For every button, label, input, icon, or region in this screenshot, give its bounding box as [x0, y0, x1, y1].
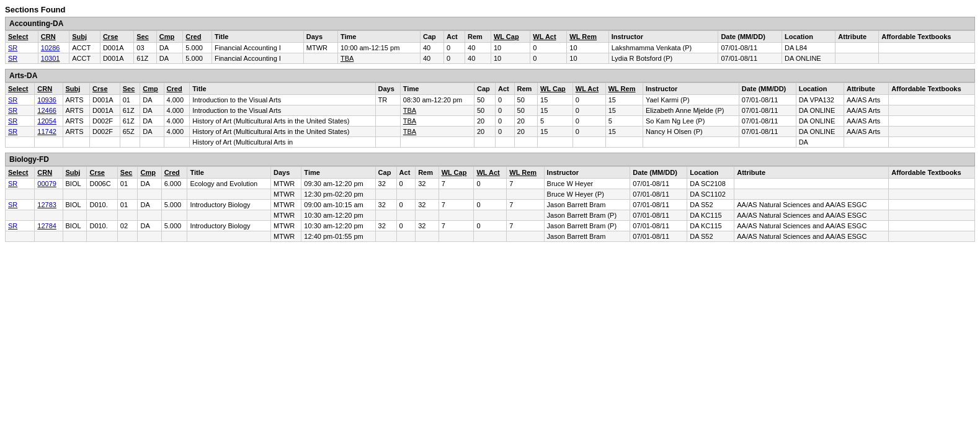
page-container: Sections Found Accounting-DASelectCRNSub… — [0, 0, 980, 252]
table-cell[interactable]: SR — [6, 200, 35, 210]
table-cell — [507, 231, 544, 242]
table-cell: 32 — [416, 179, 439, 189]
col-header: Cmp — [138, 167, 161, 179]
table-cell: 15 — [605, 105, 643, 116]
table-cell — [6, 231, 35, 242]
table-cell — [514, 137, 538, 148]
col-header: Cred — [183, 31, 212, 43]
table-cell: 10:30 am-12:20 pm — [301, 210, 375, 221]
col-header: CRN — [38, 31, 69, 43]
table-cell: DA — [140, 105, 164, 116]
table-cell: DA ONLINE — [796, 127, 844, 137]
table-cell: 10 — [491, 53, 530, 64]
table-cell: 12:40 pm-01:55 pm — [301, 231, 375, 242]
table-cell[interactable]: 10936 — [35, 95, 63, 105]
group-header-arts-da: Arts-DA — [5, 69, 975, 83]
table-cell[interactable]: SR — [6, 116, 35, 127]
table-cell: 4.000 — [164, 105, 190, 116]
table-row: SR12054ARTSD002F61ZDA4.000History of Art… — [6, 116, 975, 127]
table-cell: Introduction to the Visual Arts — [190, 95, 375, 105]
table-cell — [6, 210, 35, 221]
table-cell[interactable]: 12466 — [35, 105, 63, 116]
table-cell — [889, 95, 975, 105]
table-cell: Introductory Biology — [187, 221, 271, 231]
table-cell — [164, 137, 190, 148]
table-cell — [161, 210, 187, 221]
table-cell: History of Art (Multicultural Arts in th… — [190, 127, 375, 137]
table-cell: 7 — [439, 200, 474, 210]
col-header: Location — [796, 83, 844, 95]
table-cell — [120, 137, 140, 148]
table-cell: 40 — [465, 53, 491, 64]
table-cell: DA — [140, 95, 164, 105]
table-cell: 40 — [465, 43, 491, 53]
table-cell — [63, 231, 87, 242]
table-row: SR10936ARTSD001A01DA4.000Introduction to… — [6, 95, 975, 105]
table-cell: 0 — [496, 105, 515, 116]
table-cell: 5 — [605, 116, 643, 127]
table-cell: DA — [156, 53, 183, 64]
col-header: Select — [6, 83, 35, 95]
table-cell[interactable]: 00079 — [35, 179, 63, 189]
table-cell: History of Art (Multicultural Arts in th… — [190, 116, 375, 127]
table-cell — [161, 189, 187, 200]
col-header: Cap — [375, 167, 396, 179]
table-cell: 0 — [474, 200, 507, 210]
table-cell[interactable]: 12054 — [35, 116, 63, 127]
table-cell: AA/AS Arts — [844, 116, 888, 127]
table-cell[interactable]: SR — [6, 53, 38, 64]
table-cell — [375, 127, 400, 137]
col-header: Rem — [416, 167, 439, 179]
table-cell — [416, 210, 439, 221]
table-cell: 0 — [530, 53, 567, 64]
table-cell: 6.000 — [161, 179, 187, 189]
table-cell — [35, 210, 63, 221]
table-cell[interactable]: 11742 — [35, 127, 63, 137]
col-header: Days — [271, 167, 301, 179]
table-cell[interactable]: SR — [6, 105, 35, 116]
table-cell: DA S52 — [687, 200, 734, 210]
table-cell: DA L84 — [782, 43, 835, 53]
table-cell: 0 — [572, 127, 605, 137]
table-cell: Elizabeth Anne Mjelde (P) — [643, 105, 739, 116]
table-cell[interactable]: SR — [6, 43, 38, 53]
table-row: History of Art (Multicultural Arts inDA — [6, 137, 975, 148]
table-cell: ARTS — [63, 105, 90, 116]
table-row: SR12783BIOLD010.01DA5.000Introductory Bi… — [6, 200, 975, 210]
table-row: SR12784BIOLD010.02DA5.000Introductory Bi… — [6, 221, 975, 231]
col-header: WL Act — [474, 167, 507, 179]
table-cell[interactable]: SR — [6, 179, 35, 189]
table-cell — [87, 189, 117, 200]
table-cell: 07/01-08/11 — [718, 43, 782, 53]
table-cell[interactable]: SR — [6, 127, 35, 137]
table-cell — [889, 179, 975, 189]
table-cell[interactable]: 12784 — [35, 221, 63, 231]
table-cell[interactable]: 12783 — [35, 200, 63, 210]
col-header: Act — [396, 167, 416, 179]
table-cell: AA/AS Arts — [844, 127, 888, 137]
col-header: Affordable Textbooks — [889, 83, 975, 95]
table-cell[interactable]: SR — [6, 95, 35, 105]
col-header: Cap — [421, 31, 444, 43]
col-header: Cmp — [156, 31, 183, 43]
table-cell: 5.000 — [161, 221, 187, 231]
col-header: Affordable Textbooks — [879, 31, 975, 43]
table-cell — [844, 137, 888, 148]
table-cell: 15 — [605, 95, 643, 105]
table-cell — [889, 116, 975, 127]
col-header: WL Act — [530, 31, 567, 43]
col-header: CRN — [35, 167, 63, 179]
table-cell: 4.000 — [164, 127, 190, 137]
table-cell: 0 — [474, 179, 507, 189]
table-cell: MTWR — [271, 231, 301, 242]
table-cell[interactable]: SR — [6, 221, 35, 231]
table-cell: Financial Accounting I — [212, 53, 303, 64]
col-header: Subj — [63, 167, 87, 179]
table-cell — [474, 189, 507, 200]
table-cell: 03 — [134, 43, 156, 53]
table-cell — [739, 137, 796, 148]
table-cell — [375, 189, 396, 200]
table-cell[interactable]: 10301 — [38, 53, 69, 64]
table-cell[interactable]: 10286 — [38, 43, 69, 53]
table-cell: DA ONLINE — [796, 116, 844, 127]
